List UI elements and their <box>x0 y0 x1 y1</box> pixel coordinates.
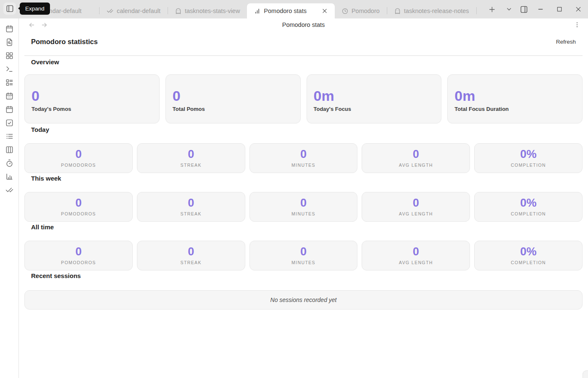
stat-value: 0 <box>75 197 81 209</box>
pomodoro-stats-view: Pomodoro statistics Refresh Overview 0 T… <box>19 31 588 310</box>
ribbon-terminal-button[interactable] <box>3 62 16 76</box>
expand-tooltip: Expand <box>20 3 50 15</box>
tab-pomodoro[interactable]: Pomodoro <box>335 3 387 18</box>
new-tab-button[interactable] <box>488 6 496 13</box>
today-cards: 0 POMODOROS 0 STREAK 0 MINUTES 0 AVG LEN… <box>24 143 583 173</box>
stat-label: Today's Pomos <box>32 106 152 112</box>
expand-left-sidebar-button[interactable] <box>3 3 16 15</box>
stat-value: 0% <box>520 197 537 209</box>
calendar-icon <box>5 25 13 33</box>
ribbon-pomodoro-stats-button[interactable] <box>3 170 16 183</box>
titlebar-actions <box>488 0 588 18</box>
stat-label: POMODOROS <box>61 211 96 216</box>
stat-value: 0 <box>300 149 307 160</box>
stat-label: COMPLETION <box>511 163 546 168</box>
stat-label: COMPLETION <box>511 211 546 216</box>
window-close-button[interactable] <box>575 6 582 13</box>
overview-card-todays-focus: 0m Today's Focus <box>307 74 442 123</box>
ribbon-open-calendar-2-button[interactable] <box>3 102 16 116</box>
tab-label: Pomodoro <box>352 8 380 14</box>
view-header: Pomodoro stats <box>19 18 588 31</box>
overview-cards: 0 Today's Pomos 0 Total Pomos 0m Today's… <box>24 74 583 123</box>
stat-label: AVG LENGTH <box>399 163 433 168</box>
calendar-icon <box>5 105 13 113</box>
window-maximize-button[interactable] <box>556 6 562 12</box>
ribbon-create-task-button[interactable] <box>3 116 16 129</box>
check-check-icon <box>107 8 113 14</box>
stat-label: POMODOROS <box>61 260 96 265</box>
section-heading-recent-sessions: Recent sessions <box>31 272 583 279</box>
chevron-down-icon <box>506 6 512 13</box>
square-check-icon <box>5 119 13 127</box>
chart-column-icon <box>5 173 13 181</box>
stat-card-avg-length: 0 AVG LENGTH <box>362 143 470 173</box>
plus-icon <box>488 6 496 13</box>
stat-value: 0 <box>300 246 307 257</box>
ribbon-file-search-button[interactable] <box>3 35 16 49</box>
stat-value: 0m <box>314 89 435 103</box>
stat-label: STREAK <box>180 260 201 265</box>
stat-card-streak: 0 STREAK <box>137 192 245 222</box>
more-options-icon <box>574 21 580 28</box>
ghost-icon <box>394 8 401 14</box>
layout-list-icon <box>5 79 13 87</box>
tab-label: tasknotes-stats-view <box>185 8 240 14</box>
view-title: Pomodoro stats <box>19 18 588 31</box>
stat-label: STREAK <box>180 211 201 216</box>
tab-label: calendar-default <box>117 8 160 14</box>
expand-right-sidebar-button[interactable] <box>520 5 528 13</box>
section-heading-this-week: This week <box>31 175 583 182</box>
stat-card-avg-length: 0 AVG LENGTH <box>362 192 470 222</box>
stat-value: 0 <box>173 89 294 103</box>
stat-card-streak: 0 STREAK <box>137 241 245 270</box>
check-check-icon <box>5 186 13 194</box>
vertical-scrollbar-thumb[interactable] <box>583 370 588 378</box>
tab-pomodoro-stats[interactable]: Pomodoro stats <box>247 3 335 18</box>
ribbon-pomodoro-timer-button[interactable] <box>3 156 16 170</box>
columns-icon <box>5 146 13 154</box>
panel-left-icon <box>6 5 14 13</box>
ribbon-release-notes-button[interactable] <box>3 183 16 197</box>
ribbon-kanban-button[interactable] <box>3 143 16 156</box>
tab-list-button[interactable] <box>506 6 512 13</box>
ribbon-list-button[interactable] <box>3 129 16 143</box>
ribbon-dashboard-button[interactable] <box>3 49 16 62</box>
more-options-button[interactable] <box>574 18 580 31</box>
close-tab-icon[interactable] <box>322 8 328 14</box>
section-heading-all-time: All time <box>31 223 583 231</box>
refresh-button[interactable]: Refresh <box>556 39 576 45</box>
tab-separator <box>476 7 477 14</box>
window-minimize-button[interactable] <box>537 6 544 13</box>
overview-card-total-focus: 0m Total Focus Duration <box>447 74 583 123</box>
left-ribbon <box>0 18 19 378</box>
section-heading-overview: Overview <box>31 58 583 66</box>
stat-card-pomodoros: 0 POMODOROS <box>24 143 133 173</box>
stat-value: 0 <box>188 246 194 257</box>
stat-value: 0 <box>300 197 307 209</box>
main-pane: Pomodoro stats Pomodoro statistics Refre… <box>19 18 588 378</box>
timer-icon <box>5 159 13 167</box>
stat-card-avg-length: 0 AVG LENGTH <box>362 241 470 270</box>
stat-card-completion: 0% COMPLETION <box>474 192 583 222</box>
stat-value: 0 <box>75 149 81 160</box>
stat-label: AVG LENGTH <box>399 260 433 265</box>
stat-label: Today's Focus <box>314 106 435 112</box>
stat-card-pomodoros: 0 POMODOROS <box>24 241 133 270</box>
section-heading-today: Today <box>31 126 583 133</box>
stat-label: POMODOROS <box>61 163 96 168</box>
tab-label: tasknotes-release-notes <box>404 8 469 14</box>
stat-value: 0m <box>454 89 575 103</box>
tab-tasknotes-release-notes[interactable]: tasknotes-release-notes <box>387 3 476 18</box>
ribbon-task-list-button[interactable] <box>3 76 16 89</box>
stat-label: AVG LENGTH <box>399 211 433 216</box>
tab-tasknotes-stats-view[interactable]: tasknotes-stats-view <box>168 3 247 18</box>
panel-right-icon <box>520 5 528 13</box>
ribbon-open-calendar-button[interactable] <box>3 22 16 35</box>
ribbon-calendar-days-button[interactable] <box>3 89 16 102</box>
stat-value: 0 <box>413 197 419 209</box>
tooltip-label: Expand <box>25 5 45 12</box>
tab-calendar-default-2[interactable]: calendar-default <box>100 3 168 18</box>
stat-card-minutes: 0 MINUTES <box>249 241 358 270</box>
stat-value: 0% <box>520 149 537 160</box>
list-icon <box>5 132 13 140</box>
